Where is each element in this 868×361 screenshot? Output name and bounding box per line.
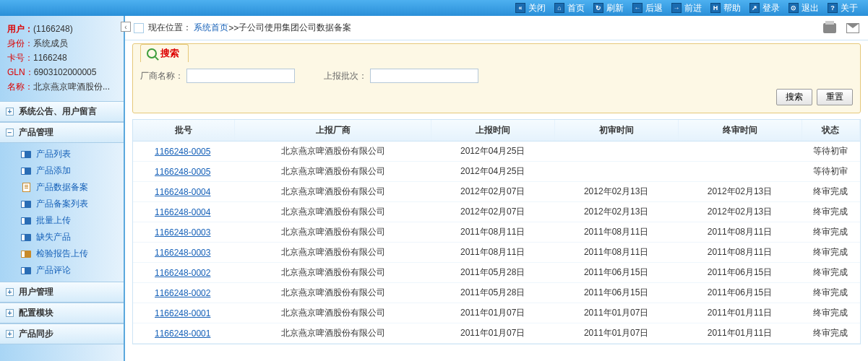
nav-item-label: 检验报告上传 bbox=[36, 248, 88, 260]
cell-first-review: 2011年01月07日 bbox=[554, 323, 678, 344]
nav-item[interactable]: 产品评论 bbox=[20, 262, 124, 279]
column-header: 初审时间 bbox=[554, 120, 678, 142]
cell-final-review: 2012年02月13日 bbox=[678, 182, 802, 202]
toolbar-label: 前进 bbox=[684, 2, 702, 14]
cell-company: 北京燕京啤酒股份有限公司 bbox=[235, 243, 431, 263]
book-icon bbox=[20, 233, 32, 242]
sidebar: ‹ 用户：(1166248) 身份：系统成员 卡号：1166248 GLN：69… bbox=[0, 16, 125, 361]
reset-button[interactable]: 重置 bbox=[817, 89, 853, 105]
nav-item[interactable]: 产品数据备案 bbox=[20, 179, 124, 196]
toolbar-退出[interactable]: ⊙退出 bbox=[788, 2, 819, 14]
column-header: 上报厂商 bbox=[235, 120, 431, 142]
toolbar-icon: ? bbox=[828, 3, 838, 13]
cell-submit-time: 2011年01月07日 bbox=[431, 303, 554, 323]
toolbar-关于[interactable]: ?关于 bbox=[828, 2, 858, 14]
card-label: 卡号： bbox=[7, 53, 33, 63]
table-row: 1166248-0001北京燕京啤酒股份有限公司2011年01月07日2011年… bbox=[133, 323, 860, 344]
table-row: 1166248-0005北京燕京啤酒股份有限公司2012年04月25日等待初审 bbox=[133, 162, 860, 182]
column-header: 上报时间 bbox=[431, 120, 554, 142]
breadcrumb-now: 现在位置： bbox=[148, 22, 192, 34]
cell-submit-time: 2011年05月28日 bbox=[431, 283, 554, 303]
nav-item[interactable]: 批量上传 bbox=[20, 212, 124, 229]
nav-item-label: 产品备案列表 bbox=[36, 198, 88, 210]
mail-icon[interactable] bbox=[846, 23, 859, 33]
batch-link[interactable]: 1166248-0004 bbox=[155, 207, 210, 217]
book-icon bbox=[20, 150, 32, 159]
breadcrumb: 现在位置： 系统首页 >> 子公司使用集团公司数据备案 bbox=[125, 16, 868, 40]
cell-batch: 1166248-0005 bbox=[133, 162, 235, 182]
cell-batch: 1166248-0003 bbox=[133, 222, 235, 243]
table-row: 1166248-0003北京燕京啤酒股份有限公司2011年08月11日2011年… bbox=[133, 222, 860, 243]
batch-link[interactable]: 1166248-0005 bbox=[155, 147, 210, 157]
cell-status: 终审完成 bbox=[802, 323, 859, 344]
nav-item[interactable]: 缺失产品 bbox=[20, 229, 124, 245]
doc-icon bbox=[20, 183, 32, 192]
cell-submit-time: 2012年02月07日 bbox=[431, 182, 554, 202]
nav-product-management[interactable]: −产品管理 bbox=[0, 122, 124, 143]
breadcrumb-home-link[interactable]: 系统首页 bbox=[194, 22, 228, 34]
search-tab: 搜索 bbox=[140, 44, 189, 62]
toolbar-后退[interactable]: ←后退 bbox=[632, 2, 663, 14]
gln-label: GLN： bbox=[7, 67, 34, 77]
batch-link[interactable]: 1166248-0002 bbox=[155, 268, 210, 278]
nav-announcements[interactable]: +系统公告、用户留言 bbox=[0, 101, 124, 122]
nav-product-sync[interactable]: +产品同步 bbox=[0, 323, 124, 344]
batch-link[interactable]: 1166248-0001 bbox=[155, 308, 210, 318]
cell-first-review: 2011年01月07日 bbox=[554, 303, 678, 323]
batch-link[interactable]: 1166248-0001 bbox=[155, 329, 210, 339]
nav-label: 产品同步 bbox=[19, 328, 53, 340]
nav-item-label: 产品列表 bbox=[36, 148, 71, 160]
batch-link[interactable]: 1166248-0005 bbox=[155, 167, 210, 177]
cell-status: 等待初审 bbox=[802, 142, 859, 162]
batch-link[interactable]: 1166248-0004 bbox=[155, 187, 210, 197]
cell-status: 终审完成 bbox=[802, 243, 859, 263]
nav-item[interactable]: 产品添加 bbox=[20, 162, 124, 179]
user-value: (1166248) bbox=[33, 24, 73, 34]
gln-value: 6903102000005 bbox=[34, 67, 97, 77]
table-row: 1166248-0003北京燕京啤酒股份有限公司2011年08月11日2011年… bbox=[133, 243, 860, 263]
cell-submit-time: 2012年04月25日 bbox=[431, 142, 554, 162]
print-icon[interactable] bbox=[823, 23, 836, 33]
toolbar-icon: → bbox=[671, 3, 682, 13]
toolbar-登录[interactable]: ↗登录 bbox=[749, 2, 780, 14]
cell-company: 北京燕京啤酒股份有限公司 bbox=[235, 303, 431, 323]
cell-company: 北京燕京啤酒股份有限公司 bbox=[235, 222, 431, 243]
book-icon bbox=[20, 200, 32, 209]
column-header: 批号 bbox=[133, 120, 235, 142]
cell-status: 终审完成 bbox=[802, 283, 859, 303]
book-icon bbox=[20, 266, 32, 275]
batch-link[interactable]: 1166248-0003 bbox=[155, 227, 210, 238]
toolbar-前进[interactable]: →前进 bbox=[671, 2, 702, 14]
toolbar-icon: ⌂ bbox=[554, 3, 564, 13]
toolbar-关闭[interactable]: «关闭 bbox=[515, 2, 546, 14]
company-input[interactable] bbox=[186, 69, 295, 83]
nav-item[interactable]: 产品备案列表 bbox=[20, 196, 124, 212]
plus-icon: + bbox=[6, 288, 14, 296]
cell-first-review: 2012年02月13日 bbox=[554, 202, 678, 222]
toolbar-首页[interactable]: ⌂首页 bbox=[554, 2, 585, 14]
cell-first-review: 2011年06月15日 bbox=[554, 283, 678, 303]
cell-batch: 1166248-0005 bbox=[133, 142, 235, 162]
nav-item[interactable]: 产品列表 bbox=[20, 146, 124, 162]
batch-input[interactable] bbox=[370, 69, 478, 83]
data-table: 批号上报厂商上报时间初审时间终审时间状态 1166248-0005北京燕京啤酒股… bbox=[132, 119, 861, 344]
batch-link[interactable]: 1166248-0003 bbox=[155, 248, 210, 258]
cell-company: 北京燕京啤酒股份有限公司 bbox=[235, 162, 431, 182]
toolbar-label: 退出 bbox=[802, 2, 819, 14]
book-icon bbox=[20, 217, 32, 225]
top-toolbar: «关闭⌂首页↻刷新←后退→前进H帮助↗登录⊙退出?关于 bbox=[0, 0, 868, 16]
nav-item[interactable]: 检验报告上传 bbox=[20, 245, 124, 262]
cell-status: 终审完成 bbox=[802, 263, 859, 283]
nav-config[interactable]: +配置模块 bbox=[0, 303, 124, 323]
location-icon bbox=[134, 23, 144, 33]
breadcrumb-page: 子公司使用集团公司数据备案 bbox=[239, 22, 351, 34]
search-button[interactable]: 搜索 bbox=[776, 89, 812, 105]
collapse-sidebar-icon[interactable]: ‹ bbox=[121, 22, 131, 32]
nav-item-label: 产品添加 bbox=[36, 165, 71, 177]
toolbar-帮助[interactable]: H帮助 bbox=[710, 2, 741, 14]
toolbar-icon: ↻ bbox=[593, 3, 603, 13]
nav-user-management[interactable]: +用户管理 bbox=[0, 282, 124, 303]
batch-link[interactable]: 1166248-0002 bbox=[155, 288, 210, 298]
nav-item-label: 缺失产品 bbox=[36, 231, 71, 243]
toolbar-刷新[interactable]: ↻刷新 bbox=[593, 2, 624, 14]
